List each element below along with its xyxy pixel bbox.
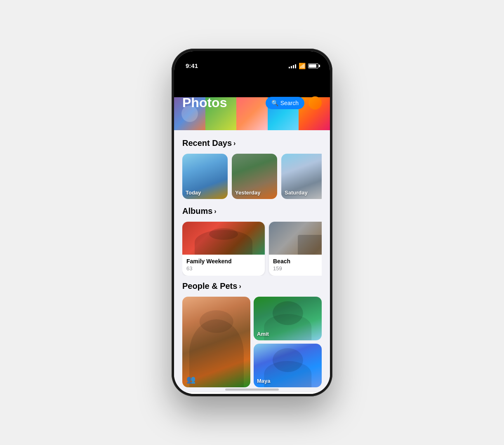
album-name-beach: Beach xyxy=(273,258,322,265)
people-pets-header[interactable]: People & Pets › xyxy=(182,281,322,291)
day-card-saturday-label: Saturday xyxy=(285,190,308,196)
day-card-yesterday-label: Yesterday xyxy=(235,190,260,196)
people-pets-chevron: › xyxy=(239,283,241,290)
photos-header: Photos 🔍 Search xyxy=(174,73,330,130)
album-info-family-weekend: Family Weekend 63 xyxy=(182,255,265,276)
day-card-yesterday[interactable]: Yesterday xyxy=(232,154,277,199)
albums-chevron: › xyxy=(214,208,216,215)
scroll-content[interactable]: Recent Days › Today Yesterday Saturday xyxy=(174,130,330,394)
status-icons: 📶 xyxy=(289,63,318,69)
albums-section: Albums › Family Weekend 63 xyxy=(174,205,330,280)
battery-icon xyxy=(308,63,318,68)
search-button[interactable]: 🔍 Search xyxy=(266,97,304,109)
search-icon: 🔍 xyxy=(271,100,278,106)
dynamic-island xyxy=(227,55,277,69)
recent-days-section: Recent Days › Today Yesterday Saturday xyxy=(174,130,330,205)
album-thumb-family-weekend xyxy=(182,222,265,255)
person-label-amit: Amit xyxy=(257,331,269,337)
day-card-today[interactable]: Today xyxy=(182,154,228,199)
person-card-amit[interactable]: Amit xyxy=(254,297,322,340)
wifi-icon: 📶 xyxy=(299,63,306,69)
pinned-collections-section: Pinned Collections › Modify xyxy=(174,391,330,394)
album-info-beach: Beach 159 xyxy=(269,255,322,276)
album-count-beach: 159 xyxy=(273,265,322,272)
status-bar: 9:41 📶 xyxy=(174,51,330,73)
page-title: Photos xyxy=(182,95,227,110)
group-icon: 👥 xyxy=(186,375,195,384)
person-card-group[interactable]: 👥 xyxy=(182,297,250,387)
recent-days-chevron: › xyxy=(233,140,236,147)
recent-days-title: Recent Days xyxy=(182,138,232,148)
albums-title: Albums xyxy=(182,206,212,216)
search-label: Search xyxy=(280,100,299,106)
header-title-row: Photos 🔍 Search xyxy=(174,95,330,110)
signal-icon xyxy=(289,63,296,68)
people-pets-title: People & Pets xyxy=(182,281,237,291)
phone-device: 9:41 📶 xyxy=(172,49,332,396)
album-thumb-beach xyxy=(269,222,322,255)
person-card-maya[interactable]: Maya xyxy=(254,344,322,387)
status-time: 9:41 xyxy=(186,62,198,69)
home-indicator[interactable] xyxy=(225,389,279,391)
person-label-maya: Maya xyxy=(257,378,271,384)
day-card-saturday[interactable]: Saturday xyxy=(281,154,322,199)
recent-days-header[interactable]: Recent Days › xyxy=(182,138,322,148)
phone-screen: 9:41 📶 xyxy=(174,51,330,394)
albums-row[interactable]: Family Weekend 63 Beach 159 xyxy=(182,222,322,276)
album-card-family-weekend[interactable]: Family Weekend 63 xyxy=(182,222,265,276)
album-name-family-weekend: Family Weekend xyxy=(186,258,261,265)
album-count-family-weekend: 63 xyxy=(186,265,261,272)
avatar[interactable] xyxy=(309,96,322,110)
day-card-today-label: Today xyxy=(186,190,201,196)
recent-days-scroll[interactable]: Today Yesterday Saturday xyxy=(182,154,322,201)
people-pets-section: People & Pets › 👥 Amit xyxy=(174,280,330,391)
people-grid: 👥 Amit Maya xyxy=(182,297,322,387)
album-card-beach[interactable]: Beach 159 xyxy=(269,222,322,276)
albums-header[interactable]: Albums › xyxy=(182,206,322,216)
header-actions: 🔍 Search xyxy=(266,96,322,110)
